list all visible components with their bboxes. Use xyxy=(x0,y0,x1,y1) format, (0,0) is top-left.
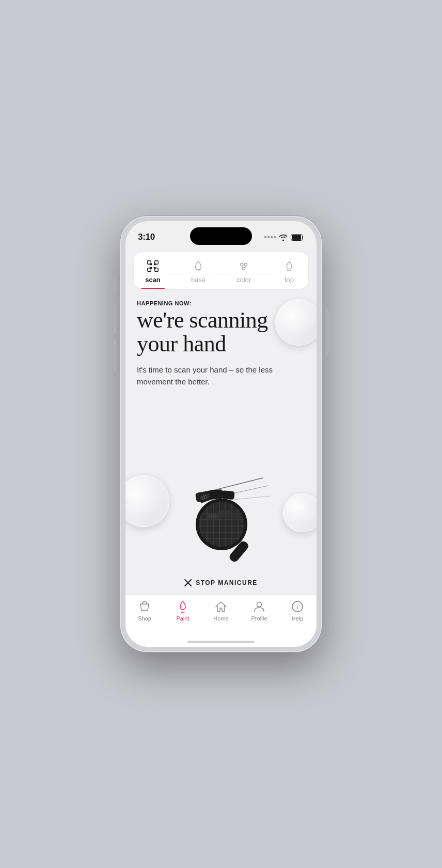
nav-help-label: Help xyxy=(292,615,304,622)
nav-profile[interactable]: Profile xyxy=(240,600,278,622)
svg-rect-6 xyxy=(150,263,152,265)
x-icon xyxy=(184,579,192,586)
svg-rect-8 xyxy=(154,263,156,265)
svg-rect-1 xyxy=(292,235,301,240)
svg-rect-46 xyxy=(229,513,240,520)
step-connector-3 xyxy=(259,274,274,274)
signal-icon xyxy=(264,236,276,238)
stop-manicure-button[interactable]: STOP MANICURE xyxy=(184,579,258,586)
status-time: 3:10 xyxy=(138,232,155,242)
battery-icon xyxy=(291,234,304,241)
orb-top-right xyxy=(275,299,317,346)
happening-now-label: HAPPENING NOW: xyxy=(137,300,305,306)
subtext: It's time to scan your hand – so the les… xyxy=(137,364,281,388)
svg-rect-22 xyxy=(221,490,234,500)
tab-scan-label: scan xyxy=(145,276,161,284)
nav-shop[interactable]: Shop xyxy=(125,600,164,622)
svg-line-16 xyxy=(211,478,263,491)
home-indicator xyxy=(125,637,317,647)
svg-point-57 xyxy=(257,602,262,607)
status-bar: 3:10 xyxy=(125,221,317,246)
step-tabs: scan base xyxy=(134,252,308,289)
wifi-icon xyxy=(279,234,288,241)
tab-base-label: base xyxy=(191,276,206,284)
profile-icon xyxy=(252,600,266,613)
orb-bottom-left xyxy=(125,475,169,527)
tab-color-label: color xyxy=(236,276,251,284)
nav-home-label: Home xyxy=(213,615,228,622)
mute-button[interactable] xyxy=(114,278,116,295)
shop-icon xyxy=(138,600,151,613)
bottom-nav: Shop Paint Home xyxy=(125,594,317,637)
svg-rect-21 xyxy=(208,489,223,500)
phone-screen: 3:10 xyxy=(125,221,317,647)
stop-manicure-label: STOP MANICURE xyxy=(196,579,258,586)
content-area: HAPPENING NOW: we're scanning your hand … xyxy=(125,289,317,594)
nav-paint-label: Paint xyxy=(176,615,189,622)
home-bar xyxy=(187,641,255,643)
scan-illustration xyxy=(170,470,283,563)
svg-rect-7 xyxy=(150,267,152,269)
nav-paint[interactable]: Paint xyxy=(164,600,202,622)
paint-icon xyxy=(176,600,190,613)
svg-text:i: i xyxy=(296,603,298,611)
tab-scan[interactable]: scan xyxy=(138,259,168,284)
nav-home[interactable]: Home xyxy=(202,600,240,622)
help-icon: i xyxy=(291,600,304,613)
volume-down-button[interactable] xyxy=(114,340,116,371)
tab-top[interactable]: top xyxy=(274,259,304,284)
svg-rect-9 xyxy=(154,267,156,269)
home-icon xyxy=(214,600,228,613)
svg-rect-45 xyxy=(218,510,230,518)
step-connector-2 xyxy=(213,274,229,274)
nav-profile-label: Profile xyxy=(251,615,267,622)
tab-top-label: top xyxy=(285,276,294,284)
nav-help[interactable]: i Help xyxy=(278,600,317,622)
tab-base[interactable]: base xyxy=(183,259,213,284)
power-button[interactable] xyxy=(326,309,328,355)
nav-shop-label: Shop xyxy=(138,615,151,622)
step-connector-1 xyxy=(168,274,183,274)
volume-up-button[interactable] xyxy=(114,303,116,334)
orb-bottom-right xyxy=(283,493,317,532)
status-icons xyxy=(264,234,304,241)
dynamic-island xyxy=(190,227,252,245)
svg-point-29 xyxy=(199,502,244,547)
main-content: scan base xyxy=(125,246,317,647)
phone-frame: 3:10 xyxy=(120,216,322,652)
tab-color[interactable]: color xyxy=(229,259,259,284)
